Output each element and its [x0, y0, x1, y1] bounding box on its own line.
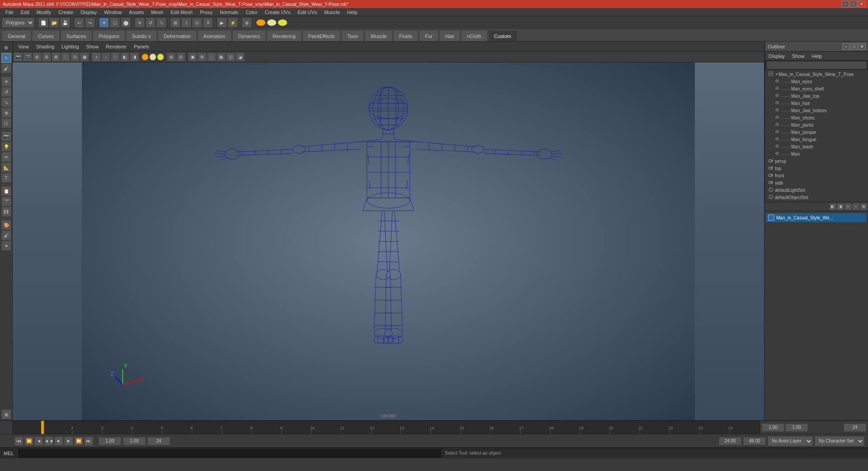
vp-layout5[interactable]: ◫ [226, 52, 235, 62]
vp-mode2[interactable]: ▫ [101, 52, 110, 62]
render-layer-btn[interactable]: 🎬 [1, 196, 11, 206]
open-btn[interactable]: 📂 [49, 18, 59, 28]
outliner-menu-display[interactable]: Display [765, 52, 788, 61]
save-btn[interactable]: 💾 [60, 18, 70, 28]
tree-expand-arrow[interactable]: ▼ [775, 72, 778, 76]
select-tool-btn[interactable]: ↖ [1, 53, 11, 63]
play-end-input[interactable] [743, 437, 766, 445]
text-btn[interactable]: T [1, 173, 11, 183]
tree-item-8[interactable]: ——Man_jumper [765, 128, 868, 136]
shelf-tab-dynamics[interactable]: Dynamics [232, 30, 266, 41]
render-btn[interactable]: ▶ [217, 18, 227, 28]
menu-item-normals[interactable]: Normals [216, 8, 242, 16]
play-fwd-btn[interactable]: ► [54, 437, 63, 446]
maximize-button[interactable]: □ [850, 1, 857, 7]
vp-menu-shading[interactable]: Shading [33, 42, 58, 52]
paint-btn[interactable]: ⬤ [121, 18, 131, 28]
shelf-tab-rendering[interactable]: Rendering [267, 30, 302, 41]
outliner-menu-show[interactable]: Show [788, 52, 808, 61]
outliner-minimize[interactable]: − [842, 43, 849, 50]
vp-snap5[interactable]: ⊡ [71, 52, 80, 62]
outliner-maximize[interactable]: □ [850, 43, 858, 50]
menu-item-proxy[interactable]: Proxy [196, 8, 216, 16]
tree-item-2[interactable]: ——Man_eyes_shell [765, 85, 868, 92]
vp-snap4[interactable]: ⬚ [61, 52, 70, 62]
menu-item-edit-mesh[interactable]: Edit Mesh [167, 8, 196, 16]
paint2-btn[interactable]: 🖌 [1, 230, 11, 240]
vp-hud-icon[interactable]: ⊟ [176, 52, 185, 62]
select-btn[interactable]: ✦ [99, 18, 109, 28]
vp-menu-show[interactable]: Show [83, 42, 103, 52]
prev-frame-btn[interactable]: ◄ [34, 437, 43, 446]
end-frame-input[interactable] [147, 437, 170, 445]
menu-item-edit-uvs[interactable]: Edit UVs [294, 8, 321, 16]
rotate-tool-btn[interactable]: ↺ [1, 87, 11, 97]
tree-item-6[interactable]: ——Man_shoes [765, 114, 868, 121]
lasso-btn[interactable]: ⬡ [110, 18, 120, 28]
shelf-tab-deformation[interactable]: Deformation [158, 30, 197, 41]
snap-point-btn[interactable]: ⊙ [192, 18, 202, 28]
shelf-tab-hair[interactable]: Hair [439, 30, 460, 41]
vp-mode3[interactable]: □ [111, 52, 120, 62]
vp-menu-lighting[interactable]: Lighting [58, 42, 83, 52]
vp-menu-panels[interactable]: Panels [130, 42, 153, 52]
goto-start-btn[interactable]: ⏮ [14, 437, 24, 446]
paint3-btn[interactable]: ✦ [1, 241, 11, 251]
menu-item-color[interactable]: Color [242, 8, 261, 16]
universal-manip-btn[interactable]: ⊕ [1, 108, 11, 118]
icon1[interactable] [256, 19, 266, 26]
vp-snap3[interactable]: ⊠ [52, 52, 61, 62]
minimize-button[interactable]: − [842, 1, 849, 7]
tree-item-4[interactable]: ——Man_hair [765, 100, 868, 107]
rotate-btn[interactable]: ↺ [146, 18, 156, 28]
prev-key-btn[interactable]: ⏪ [24, 437, 33, 446]
menu-item-help[interactable]: Help [344, 8, 361, 16]
left-icon-top[interactable]: ⚙ [1, 43, 11, 52]
shelf-tab-animation[interactable]: Animation [198, 30, 231, 41]
hotbox-btn[interactable]: ⊞ [1, 409, 11, 419]
next-key-btn[interactable]: ⏩ [74, 437, 83, 446]
shelf-tab-surfaces[interactable]: Surfaces [61, 30, 92, 41]
ipr-btn[interactable]: ⚡ [228, 18, 238, 28]
shelf-tab-fluids[interactable]: Fluids [393, 30, 418, 41]
timeline-ruler[interactable] [13, 421, 760, 434]
menu-item-display[interactable]: Display [77, 8, 100, 16]
move-btn[interactable]: ✛ [135, 18, 145, 28]
layer-btn2[interactable]: ◨ [837, 203, 844, 210]
layer-checkbox[interactable] [768, 214, 774, 221]
layer-btn4[interactable]: ▫ [852, 203, 859, 210]
anim-layer-btn[interactable]: 🎞 [1, 207, 11, 217]
character-set-dropdown[interactable]: No Character Set [815, 436, 864, 446]
vp-light3[interactable] [157, 53, 164, 61]
vp-layout1[interactable]: ▣ [188, 52, 197, 62]
new-btn[interactable]: 📄 [38, 18, 48, 28]
vp-snap6[interactable]: ▦ [80, 52, 89, 62]
snap-grid-btn[interactable]: ⊞ [170, 18, 180, 28]
tree-item-0[interactable]: ▼Man_in_Casual_Style_Wear_T_Pose [765, 71, 868, 78]
tree-item-13[interactable]: top [765, 165, 868, 172]
camera-btn[interactable]: 📷 [1, 131, 11, 141]
snap-surface-btn[interactable]: ⧖ [203, 18, 213, 28]
menu-item-muscle[interactable]: Muscle [321, 8, 344, 16]
layer-btn3[interactable]: ▪ [844, 203, 852, 210]
shelf-tab-polygons[interactable]: Polygons [93, 30, 125, 41]
vp-snap1[interactable]: ⊞ [33, 52, 42, 62]
close-button[interactable]: ✕ [858, 1, 865, 7]
goto-end-btn[interactable]: ⏭ [84, 437, 93, 446]
timeline-end-field[interactable] [844, 423, 866, 432]
shelf-tab-painteffects[interactable]: PaintEffects [302, 30, 341, 41]
vp-grid-icon[interactable]: ⊞ [167, 52, 176, 62]
outliner-search-input[interactable] [767, 62, 867, 69]
vp-film-icon[interactable]: 🎬 [23, 52, 32, 62]
undo-btn[interactable]: ↩ [74, 18, 84, 28]
start-frame-input[interactable] [99, 437, 121, 445]
timeline-current-field[interactable] [785, 423, 808, 432]
mode-dropdown[interactable]: Polygons [2, 18, 34, 28]
vp-snap2[interactable]: ⊟ [42, 52, 51, 62]
play-start-input[interactable] [719, 437, 741, 445]
vp-layout2[interactable]: ⊞ [198, 52, 207, 62]
vp-light1[interactable] [142, 53, 149, 61]
layer-btn1[interactable]: ◧ [829, 203, 836, 210]
vp-menu-view[interactable]: View [14, 42, 33, 52]
vp-light2[interactable] [149, 53, 156, 61]
